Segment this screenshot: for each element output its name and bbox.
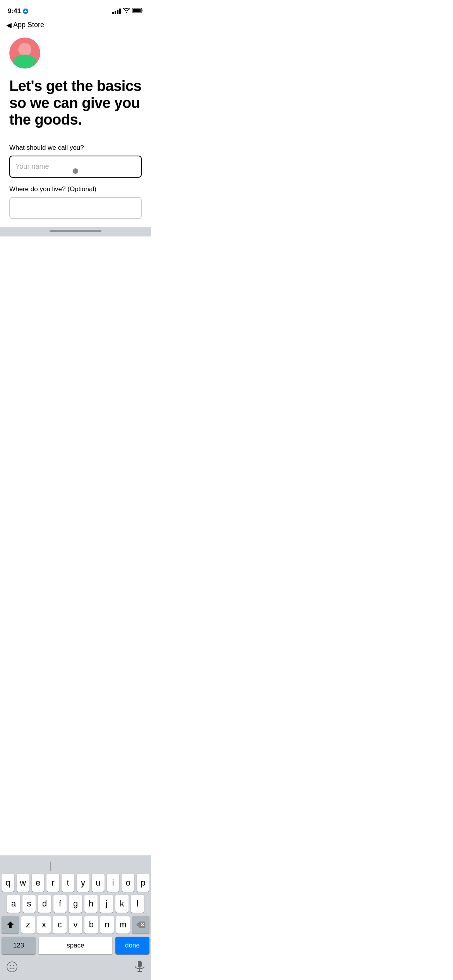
location-input[interactable] <box>10 198 141 218</box>
location-label: Where do you live? (Optional) <box>9 185 142 193</box>
avatar-head <box>18 43 31 56</box>
name-input-wrapper <box>9 156 142 178</box>
avatar <box>9 38 40 69</box>
location-input-wrapper <box>9 197 142 219</box>
svg-rect-1 <box>142 10 143 12</box>
signal-bars-icon <box>112 9 121 14</box>
avatar-body <box>13 55 36 69</box>
back-arrow-icon: ◀ <box>6 22 12 29</box>
name-input[interactable] <box>9 156 142 178</box>
wifi-icon <box>123 8 130 15</box>
back-label[interactable]: App Store <box>13 21 44 29</box>
headline: Let's get the basics so we can give you … <box>9 78 142 128</box>
status-time: 9:41 <box>8 7 28 15</box>
time-display: 9:41 <box>8 7 21 15</box>
name-label: What should we call you? <box>9 144 142 152</box>
status-bar: 9:41 <box>0 0 151 19</box>
svg-rect-2 <box>133 9 141 12</box>
battery-icon <box>132 8 143 15</box>
main-content: Let's get the basics so we can give you … <box>0 31 151 219</box>
cursor-dot <box>73 168 78 174</box>
status-right-icons <box>112 8 143 15</box>
home-indicator <box>0 227 151 236</box>
home-bar <box>50 230 101 232</box>
name-form-section: What should we call you? <box>9 144 142 178</box>
avatar-container <box>9 38 142 69</box>
nav-back[interactable]: ◀ App Store <box>0 19 151 31</box>
location-icon <box>23 9 28 14</box>
location-form-section: Where do you live? (Optional) <box>9 185 142 219</box>
